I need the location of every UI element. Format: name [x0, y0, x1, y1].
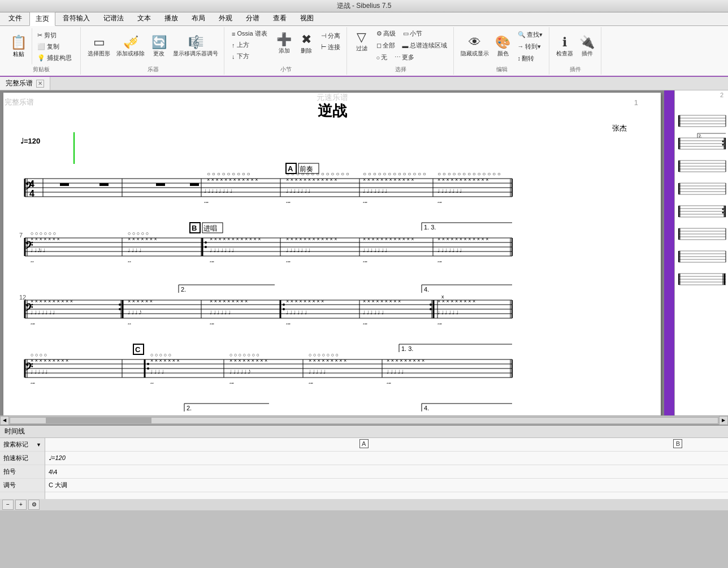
connect-button[interactable]: ⊢ 连接	[318, 42, 343, 53]
doc-tab-full-score[interactable]: 完整乐谱 ✕	[0, 77, 50, 90]
tab-appearance[interactable]: 外观	[213, 11, 239, 25]
split-button[interactable]: ⊣ 分离	[318, 31, 343, 41]
tab-layout[interactable]: 布局	[185, 11, 211, 25]
flip-button[interactable]: ↕ 翻转	[515, 53, 545, 64]
add-remove-icon: 🎺	[123, 35, 138, 50]
svg-text:♩ ♩ 𝅘𝅥𝅮 ♩ ♩: ♩ ♩ 𝅘𝅥𝅮 ♩ ♩	[31, 248, 45, 253]
svg-text:× × × × × × × × × × × ×: × × × × × × × × × × × ×	[286, 177, 337, 183]
upper-button[interactable]: ↑ 上方	[229, 40, 270, 50]
markers-dropdown[interactable]: ▼	[36, 442, 41, 448]
show-transposing-button[interactable]: 🎼 显示移调乐器调号	[171, 33, 220, 59]
svg-text:○ ○ ○ ○ ○: ○ ○ ○ ○ ○	[150, 352, 171, 358]
svg-point-156	[147, 367, 149, 370]
plugin-button[interactable]: 🔌 插件	[577, 33, 597, 59]
timeline-area: 时间线 搜索标记 ▼ 拍速标记 拍号 调号 A	[0, 424, 728, 498]
svg-text:𝅗 𝅗 𝅗: 𝅗 𝅗 𝅗	[210, 320, 214, 326]
svg-point-104	[119, 303, 121, 306]
bottom-plus-button[interactable]: +	[15, 500, 27, 510]
bottom-settings-button[interactable]: ⚙	[28, 500, 40, 510]
goto-button[interactable]: → 转到▾	[515, 41, 545, 52]
capture-button[interactable]: 💡 捕捉构思	[34, 53, 75, 63]
svg-rect-23	[99, 183, 109, 186]
all-button[interactable]: ◻ 全部	[374, 40, 398, 51]
svg-point-61	[205, 241, 207, 244]
tab-view1[interactable]: 查看	[267, 11, 293, 25]
paste-icon: 📋	[10, 34, 27, 50]
svg-text:○ ○ ○ ○ ○: ○ ○ ○ ○ ○	[128, 231, 149, 236]
page-break-indicator	[664, 90, 674, 415]
doc-tab-close-button[interactable]: ✕	[36, 80, 44, 88]
tab-file[interactable]: 文件	[2, 11, 28, 25]
svg-rect-22	[60, 183, 69, 186]
svg-text:♩ ♩ ♩ ♩ ♩: ♩ ♩ ♩ ♩ ♩	[387, 369, 404, 375]
ossia-icon: ≡	[232, 31, 235, 37]
cut-button[interactable]: ✂ 剪切	[34, 30, 75, 41]
tab-notation[interactable]: 记谱法	[97, 11, 130, 25]
clipboard-label: 剪贴板	[33, 64, 50, 73]
select-shape-button[interactable]: ▭ 选择图形	[85, 33, 112, 59]
total-connect-button[interactable]: ▬ 总谱连续区域	[400, 40, 450, 51]
hide-show-icon: 👁	[469, 35, 481, 50]
tab-view2[interactable]: 视图	[294, 11, 320, 25]
advanced-button[interactable]: ⚙ 高级	[374, 28, 398, 39]
svg-text:𝅗 𝅗 𝅗: 𝅗 𝅗 𝅗	[387, 379, 391, 385]
svg-text:2.: 2.	[181, 286, 186, 293]
svg-point-114	[430, 303, 432, 306]
tab-text[interactable]: 文本	[131, 11, 157, 25]
ribbon-group-edit: 👁 隐藏或显示 🎨 颜色 🔍 查找▾ → 转到▾ ↕ 翻转	[455, 27, 549, 75]
hscroll-track[interactable]	[10, 417, 718, 424]
lower-button[interactable]: ↓ 下方	[229, 51, 270, 62]
svg-text:进唱: 进唱	[203, 224, 217, 232]
svg-point-115	[430, 308, 432, 310]
ribbon-tabs: 文件 主页 音符输入 记谱法 文本 播放 布局 外观 分谱 查看 视图	[0, 12, 728, 26]
ossia-button[interactable]: ≡ Ossia 谱表	[229, 28, 270, 39]
inspector-button[interactable]: ℹ 检查器	[554, 33, 575, 59]
more-button[interactable]: ⋯ 更多	[392, 52, 417, 63]
ribbon: 📋 粘贴 ✂ 剪切 ⬜ 复制 💡 捕捉构思	[0, 26, 728, 77]
svg-text:7: 7	[19, 232, 23, 239]
score-area[interactable]: 元速乐谱 完整乐谱 1 逆战 张杰 ♩=120	[0, 90, 664, 415]
hscroll-left-arrow[interactable]: ◀	[0, 416, 9, 425]
paste-button[interactable]: 📋 粘贴	[6, 28, 32, 64]
tab-parts[interactable]: 分谱	[240, 11, 266, 25]
tab-playback[interactable]: 播放	[158, 11, 184, 25]
time-sig-label: 拍号	[3, 467, 16, 476]
ribbon-group-instruments: ▭ 选择图形 🎺 添加或移除 🔄 更改 🎼 显示移调乐器调号 乐器	[82, 27, 224, 75]
filter-icon: ▽	[357, 30, 366, 45]
none-button[interactable]: ○ 无	[374, 52, 391, 63]
svg-text:♩ ♩ ♩ ♩ ♩ ♩ ♩: ♩ ♩ ♩ ♩ ♩ ♩ ♩	[363, 248, 387, 253]
cursor-line	[73, 132, 75, 164]
timeline-row-label-key-sig: 调号	[0, 479, 45, 492]
hscroll-thumb[interactable]	[46, 418, 152, 423]
bottom-minus-button[interactable]: −	[2, 500, 14, 510]
timeline-track: A B ♩=120 4\4 C 大调	[45, 438, 728, 499]
svg-text:× × × × × × ×: × × × × × × ×	[150, 358, 180, 363]
svg-text:𝅗 𝅗: 𝅗 𝅗	[150, 379, 154, 385]
svg-text:× × × × × × × × ×: × × × × × × × × ×	[363, 298, 401, 304]
copy-button[interactable]: ⬜ 复制	[34, 41, 75, 52]
main-area: 元速乐谱 完整乐谱 1 逆战 张杰 ♩=120	[0, 90, 728, 415]
horizontal-scrollbar[interactable]: ◀ ▶	[0, 415, 728, 424]
hide-show-button[interactable]: 👁 隐藏或显示	[458, 33, 491, 59]
tab-note-input[interactable]: 音符输入	[57, 11, 96, 25]
score-title: 逆战	[15, 101, 649, 121]
change-button[interactable]: 🔄 更改	[149, 33, 169, 59]
timeline-key-sig-row: C 大调	[45, 479, 728, 492]
delete-button[interactable]: ✖ 删除	[296, 31, 317, 57]
svg-text:× × × × × × × × × × × ×: × × × × × × × × × × × ×	[437, 236, 489, 242]
svg-text:𝅗 𝅗: 𝅗 𝅗	[128, 258, 131, 263]
color-button[interactable]: 🎨 颜色	[493, 33, 513, 59]
hscroll-right-arrow[interactable]: ▶	[719, 416, 728, 425]
svg-point-245	[722, 144, 724, 146]
capture-icon: 💡	[37, 54, 45, 62]
filter-button[interactable]: ▽ 过滤	[352, 28, 372, 54]
svg-text:♩ ♩ ♩ ♩ ♩ 𝅘𝅥𝅮: ♩ ♩ ♩ ♩ ♩ 𝅘𝅥𝅮	[229, 369, 250, 375]
measure-btn[interactable]: ▭ 小节	[400, 28, 425, 39]
tab-home[interactable]: 主页	[29, 12, 55, 26]
find-button[interactable]: 🔍 查找▾	[515, 29, 545, 40]
svg-text:○ ○ ○ ○ ○ ○ ○ ○ ○ ○ ○ ○ ○: ○ ○ ○ ○ ○ ○ ○ ○ ○ ○ ○ ○ ○	[363, 171, 426, 177]
svg-text:𝅗 𝅗 𝅗: 𝅗 𝅗 𝅗	[437, 198, 442, 204]
add-remove-button[interactable]: 🎺 添加或移除	[114, 33, 147, 59]
svg-point-112	[283, 308, 285, 310]
add-measure-button[interactable]: ➕ 添加	[274, 31, 294, 57]
